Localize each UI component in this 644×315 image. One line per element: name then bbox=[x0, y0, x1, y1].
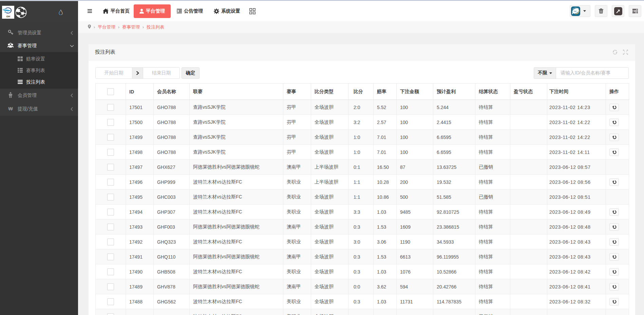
svg-text:GH: GH bbox=[6, 15, 10, 18]
svg-text:₩: ₩ bbox=[8, 106, 13, 111]
